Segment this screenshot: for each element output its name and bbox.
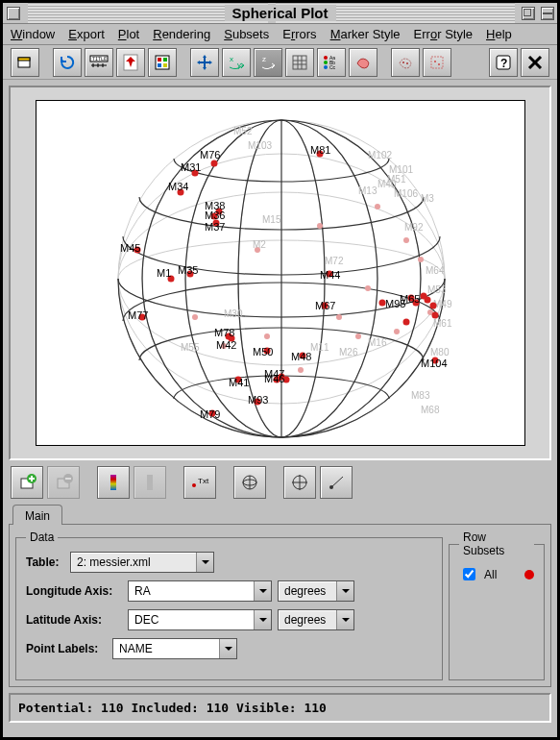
svg-point-54 — [355, 333, 361, 339]
longitude-unit-select[interactable]: degrees — [278, 580, 354, 602]
latitude-axis-select[interactable]: DEC — [128, 609, 272, 630]
chevron-down-icon — [196, 553, 213, 572]
svg-text:M72: M72 — [325, 256, 344, 266]
svg-text:M93: M93 — [248, 394, 268, 406]
aux-remove-button[interactable] — [134, 466, 166, 499]
point-labels-button[interactable]: Txt — [183, 466, 216, 499]
axes-config-button[interactable]: TITLE — [85, 48, 113, 77]
svg-point-150 — [192, 483, 196, 487]
plot-surface[interactable]: M2M15 M72M30 M55M83 M11M26 M16M80 M13M92… — [36, 100, 525, 446]
longitude-label: Longitude Axis: — [26, 584, 122, 598]
svg-point-56 — [403, 237, 409, 243]
subset-from-region-button[interactable] — [423, 48, 451, 77]
chevron-down-icon — [254, 610, 271, 629]
content-area: M2M15 M72M30 M55M83 M11M26 M16M80 M13M92… — [3, 80, 557, 737]
subset-all-checkbox[interactable] — [463, 568, 475, 580]
menu-rendering[interactable]: Rendering — [153, 27, 210, 41]
svg-text:x: x — [230, 55, 233, 63]
subset-all-marker-icon[interactable] — [524, 570, 534, 580]
pan-button[interactable] — [190, 48, 219, 77]
sphere-errors-button[interactable] — [233, 466, 266, 499]
titlebar[interactable]: Spherical Plot — [3, 3, 557, 24]
svg-text:M45: M45 — [120, 242, 140, 254]
chevron-down-icon — [336, 610, 353, 629]
point-labels-label: Point Labels: — [26, 642, 107, 655]
table-select-value: 2: messier.xml — [71, 555, 196, 569]
data-legend: Data — [26, 530, 58, 544]
add-dataset-button[interactable] — [11, 466, 43, 499]
svg-text:M106: M106 — [394, 188, 418, 199]
menu-help[interactable]: Help — [486, 27, 512, 41]
svg-line-159 — [331, 477, 343, 487]
legend-button[interactable]: AaBbCc — [317, 48, 346, 77]
svg-text:M52: M52 — [233, 126, 253, 136]
svg-point-47 — [365, 285, 371, 291]
chevron-down-icon — [254, 581, 271, 601]
svg-rect-30 — [431, 57, 443, 68]
menu-error-style[interactable]: Error Style — [414, 27, 473, 41]
latitude-unit-select[interactable]: degrees — [278, 609, 354, 630]
window-collapse-box[interactable] — [541, 7, 554, 20]
svg-text:M95: M95 — [385, 298, 405, 309]
svg-text:M3: M3 — [421, 193, 434, 204]
export-image-button[interactable] — [148, 48, 177, 77]
menu-subsets[interactable]: Subsets — [224, 27, 269, 41]
menu-errors[interactable]: Errors — [282, 27, 316, 41]
status-bar: Potential: 110 Included: 110 Visible: 11… — [9, 693, 551, 723]
svg-point-112 — [402, 319, 409, 326]
svg-point-29 — [406, 62, 408, 64]
longitude-unit-value: degrees — [279, 584, 336, 598]
grid-button[interactable] — [285, 48, 314, 77]
menu-plot[interactable]: Plot — [118, 27, 139, 41]
chevron-down-icon — [219, 639, 236, 658]
export-pdf-button[interactable] — [116, 48, 145, 77]
rotate-xy-button[interactable]: xy — [222, 48, 251, 77]
svg-text:M92: M92 — [404, 222, 424, 233]
svg-point-23 — [324, 61, 328, 64]
app-window: Spherical Plot Window Export Plot Render… — [2, 2, 558, 738]
svg-point-28 — [402, 62, 404, 63]
rescale-button[interactable] — [53, 48, 82, 77]
tab-main[interactable]: Main — [12, 505, 62, 525]
svg-text:Cc: Cc — [329, 64, 336, 70]
remove-dataset-button[interactable] — [47, 466, 80, 499]
help-button[interactable]: ? — [489, 48, 518, 77]
close-button[interactable] — [521, 48, 549, 77]
radial-button[interactable] — [320, 466, 353, 499]
menu-export[interactable]: Export — [68, 27, 105, 41]
svg-text:M34: M34 — [168, 181, 188, 192]
svg-text:M11: M11 — [310, 342, 329, 353]
dataset-toolbar: Txt — [9, 466, 551, 499]
subset-from-visible-button[interactable] — [391, 48, 420, 77]
svg-rect-1 — [18, 58, 30, 61]
menu-marker-style[interactable]: Marker Style — [330, 27, 401, 41]
window-close-box[interactable] — [7, 7, 20, 20]
tangent-errors-button[interactable] — [283, 466, 316, 499]
table-select[interactable]: 2: messier.xml — [70, 552, 214, 573]
svg-text:M15: M15 — [262, 214, 281, 225]
svg-text:M79: M79 — [200, 408, 220, 420]
new-window-button[interactable] — [11, 48, 39, 77]
tab-body: Data Table: 2: messier.xml Longitude Axi… — [9, 524, 551, 687]
svg-text:M13: M13 — [358, 185, 377, 196]
svg-text:M42: M42 — [216, 339, 236, 351]
aux-axis-button[interactable] — [97, 466, 130, 499]
svg-text:M104: M104 — [421, 358, 448, 369]
svg-text:M44: M44 — [320, 269, 340, 281]
subset-all-label: All — [484, 568, 497, 581]
longitude-axis-select[interactable]: RA — [128, 580, 272, 602]
rotate-z-button[interactable]: z — [254, 48, 282, 77]
svg-text:M78: M78 — [214, 327, 234, 338]
svg-text:M41: M41 — [229, 377, 249, 388]
point-labels-select[interactable]: NAME — [112, 638, 237, 659]
svg-text:M47: M47 — [264, 368, 284, 380]
svg-point-87 — [210, 160, 217, 167]
svg-text:M55: M55 — [181, 342, 200, 353]
svg-text:Txt: Txt — [198, 477, 209, 485]
window-zoom-box[interactable] — [522, 7, 535, 20]
draw-subset-button[interactable] — [349, 48, 377, 77]
svg-point-110 — [429, 303, 436, 309]
menu-window[interactable]: Window — [11, 27, 55, 41]
row-subsets-fieldset: Row Subsets All — [449, 530, 545, 680]
svg-point-46 — [317, 223, 323, 229]
